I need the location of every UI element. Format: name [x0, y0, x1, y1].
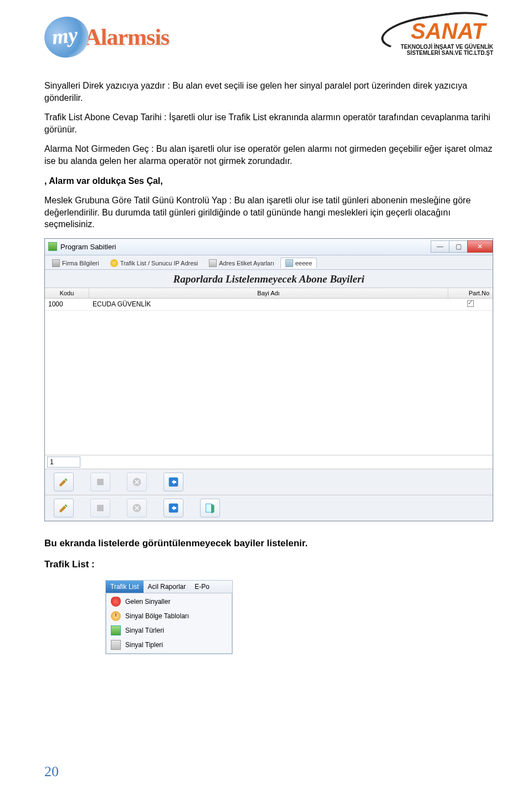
paragraph-1: Sinyalleri Direk yazıcıya yazdır : Bu al…: [44, 80, 493, 104]
item-label: Gelen Sinyaller: [125, 598, 170, 606]
col-part-no: Part.No: [448, 288, 493, 298]
stop-button[interactable]: [90, 473, 110, 491]
bell-icon: [111, 597, 121, 607]
undo-button-2[interactable]: [163, 499, 183, 517]
sheet-icon: [285, 259, 293, 267]
document-icon: [52, 259, 60, 267]
grid-icon: [111, 625, 121, 635]
close-button[interactable]: ✕: [467, 240, 493, 253]
cell-bayi: ECUDA GÜVENLİK: [89, 299, 448, 310]
toolbar-1: [45, 469, 493, 495]
logo-alarmsis: my Alarmsis: [44, 17, 169, 58]
item-sinyal-tipleri[interactable]: Sinyal Tipleri: [108, 638, 231, 652]
menu-acil-raporlar[interactable]: Acil Raporlar: [144, 581, 191, 593]
col-kodu: Kodu: [45, 288, 89, 298]
window-title: Program Sabitleri: [60, 243, 116, 251]
dropdown: Gelen Sinyaller Sinyal Bölge Tabloları S…: [106, 593, 232, 654]
item-label: Sinyal Tipleri: [125, 641, 163, 649]
menu-trafik-list: Trafik List Acil Raporlar E-Po Gelen Sin…: [105, 580, 233, 654]
table-row[interactable]: 1000 ECUDA GÜVENLİK: [45, 299, 493, 311]
cell-kodu: 1000: [45, 299, 89, 310]
window-icon: [48, 242, 57, 251]
item-label: Sinyal Bölge Tabloları: [125, 612, 189, 620]
maximize-button[interactable]: ▢: [449, 240, 468, 253]
tab-adres-etiket[interactable]: Adres Etiket Ayarları: [204, 258, 279, 268]
cancel-button-2[interactable]: [127, 499, 147, 517]
cell-part: [448, 299, 493, 310]
tab-firma-bilgileri[interactable]: Firma Bilgileri: [47, 258, 104, 268]
checkbox-icon[interactable]: [467, 300, 474, 307]
filter-row: [45, 455, 493, 469]
paragraph-2: Trafik List Abone Cevap Tarihi : İşaretl…: [44, 111, 493, 135]
titlebar: Program Sabitleri — ▢ ✕: [45, 239, 493, 255]
paragraph-3: Alarma Not Girmeden Geç : Bu alan işaret…: [44, 143, 493, 167]
paragraph-4: , Alarm var oldukça Ses Çal,: [44, 175, 493, 187]
logo-alarmsis-text: Alarmsis: [84, 24, 169, 50]
tab-label: Firma Bilgileri: [62, 260, 99, 266]
tab-label: Adres Etiket Ayarları: [219, 260, 274, 266]
item-sinyal-turleri[interactable]: Sinyal Türleri: [108, 623, 231, 638]
stop-button-2[interactable]: [90, 499, 110, 517]
logo-sanat-sub1: TEKNOLOJİ İNŞAAT VE GÜVENLİK: [401, 44, 493, 50]
col-bayi-adi: Bayi Adı: [89, 288, 448, 298]
exit-button[interactable]: [200, 499, 220, 517]
page-number: 20: [44, 763, 59, 780]
label-icon: [209, 259, 217, 267]
logo-header: my Alarmsis SANAT TEKNOLOJİ İNŞAAT VE GÜ…: [44, 17, 493, 58]
svg-rect-0: [97, 479, 104, 485]
paragraph-5: Meslek Grubuna Göre Tatil Günü Kontrolü …: [44, 194, 493, 230]
menubar: Trafik List Acil Raporlar E-Po: [106, 581, 232, 593]
logo-sanat-text: SANAT: [403, 19, 493, 44]
caption-trafik-list: Trafik List :: [44, 559, 493, 570]
logo-my: my: [42, 14, 91, 60]
item-label: Sinyal Türleri: [125, 627, 164, 634]
logo-sanat: SANAT TEKNOLOJİ İNŞAAT VE GÜVENLİK SİSTE…: [401, 19, 493, 56]
minimize-button[interactable]: —: [431, 240, 449, 253]
item-sinyal-bolge[interactable]: Sinyal Bölge Tabloları: [108, 609, 231, 623]
undo-button[interactable]: [163, 473, 183, 491]
tab-label: Trafik List / Sunucu IP Adresi: [120, 260, 198, 266]
tab-eeeee[interactable]: eeeee: [280, 258, 318, 268]
edit-button[interactable]: [54, 473, 74, 491]
caption-bayiler: Bu ekranda listelerde görüntülenmeyecek …: [44, 538, 493, 549]
table-empty-area: [45, 311, 493, 455]
window-program-sabitleri: Program Sabitleri — ▢ ✕ Firma Bilgileri …: [44, 238, 493, 521]
tabs: Firma Bilgileri Trafik List / Sunucu IP …: [45, 255, 493, 270]
menu-trafik-list[interactable]: Trafik List: [106, 581, 144, 593]
panel-heading: Raporlarda Listelenmeyecek Abone Bayiler…: [45, 270, 493, 288]
edit-button-2[interactable]: [54, 499, 74, 517]
menu-epo[interactable]: E-Po: [190, 581, 214, 593]
tab-trafik-list[interactable]: Trafik List / Sunucu IP Adresi: [105, 258, 203, 268]
filter-input[interactable]: [47, 457, 80, 468]
tab-label: eeeee: [295, 260, 313, 266]
item-gelen-sinyaller[interactable]: Gelen Sinyaller: [108, 594, 231, 609]
box-icon: [111, 640, 121, 650]
cancel-button[interactable]: [127, 473, 147, 491]
svg-rect-6: [206, 504, 212, 512]
table-header: Kodu Bayi Adı Part.No: [45, 288, 493, 299]
clock-icon: [111, 611, 121, 621]
logo-sanat-sub2: SİSTEMLERİ SAN.VE TİC.LTD.ŞT: [401, 50, 493, 56]
svg-rect-3: [97, 505, 104, 511]
toolbar-2: [45, 495, 493, 521]
bell-icon: [110, 259, 118, 267]
